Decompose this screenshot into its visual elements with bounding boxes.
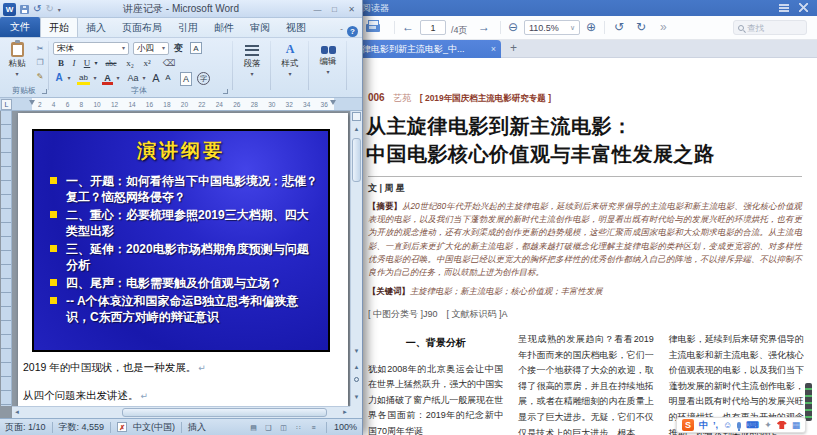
ruler-toggle-icon[interactable] xyxy=(352,112,361,121)
word-titlebar[interactable]: W ↺ ↻ ▾ 讲座记录 - Microsoft Word — □ ✕ xyxy=(0,0,362,18)
prev-page-button[interactable]: ← xyxy=(402,20,414,35)
close-tab-icon[interactable]: × xyxy=(491,40,496,58)
more-tools-button[interactable]: » xyxy=(660,20,667,35)
horizontal-scrollbar[interactable]: ◄ ► xyxy=(12,406,350,418)
editing-group-button[interactable]: 编辑 ▾ xyxy=(310,42,346,92)
font-size-select[interactable]: 小四 ▾ xyxy=(133,42,169,55)
menu-icon[interactable] xyxy=(779,4,789,12)
highlight-color-icon[interactable]: ab xyxy=(77,72,90,86)
paste-dropdown-icon[interactable]: ▾ xyxy=(3,70,31,77)
pdf-scrollbar-thumb[interactable] xyxy=(805,383,812,421)
maximize-button[interactable]: □ xyxy=(327,2,342,15)
voice-input-icon[interactable] xyxy=(737,422,741,429)
copy-icon[interactable]: ❐ xyxy=(33,56,47,69)
tab-review[interactable]: 审阅 xyxy=(242,18,278,37)
grow-font-button[interactable]: A xyxy=(150,72,162,86)
save-icon[interactable] xyxy=(20,5,29,14)
tab-mailings[interactable]: 邮件 xyxy=(206,18,242,37)
rotate-left-icon[interactable]: ↺ xyxy=(614,20,624,35)
cut-icon[interactable]: ✂ xyxy=(33,42,47,55)
tab-page-layout[interactable]: 页面布局 xyxy=(114,18,170,37)
skin-icon[interactable] xyxy=(777,421,787,429)
view-mode-icon[interactable]: ◫ xyxy=(277,421,290,433)
scroll-up-icon[interactable]: ▲ xyxy=(351,123,362,136)
font-dialog-launcher-icon[interactable] xyxy=(223,89,228,94)
redo-icon[interactable]: ↻ xyxy=(45,3,53,15)
previous-page-icon[interactable]: ▲ xyxy=(351,361,362,374)
chinese-mode-icon[interactable]: 中 xyxy=(699,418,708,432)
tab-view[interactable]: 视图 xyxy=(278,18,314,37)
tab-home[interactable]: 开始 xyxy=(40,17,78,37)
indent-marker[interactable] xyxy=(29,100,35,105)
page-number-input[interactable] xyxy=(420,20,446,35)
vertical-scrollbar[interactable]: ▲ ▼ ▲ ▼ xyxy=(350,111,362,406)
help-icon[interactable]: ? xyxy=(347,26,358,37)
right-indent-marker[interactable] xyxy=(330,100,336,105)
italic-button[interactable]: I xyxy=(69,57,79,70)
zoom-out-icon[interactable]: ⊖ xyxy=(508,20,518,35)
tab-insert[interactable]: 插入 xyxy=(78,18,114,37)
close-button[interactable]: ✕ xyxy=(344,2,359,15)
zoom-level-select[interactable]: 110.5% ∨ xyxy=(524,20,580,35)
zoom-in-icon[interactable]: ⊕ xyxy=(586,20,596,35)
superscript-button[interactable]: x² xyxy=(140,57,154,70)
horizontal-ruler[interactable]: L 24681012141618202224262830323436 xyxy=(0,98,362,111)
word-app-icon[interactable]: W xyxy=(3,3,16,16)
status-language[interactable]: 中文(中国) xyxy=(133,421,175,434)
phonetic-guide-icon[interactable]: 变 xyxy=(174,42,183,55)
print-icon[interactable] xyxy=(366,24,380,32)
next-page-button[interactable]: → xyxy=(478,20,490,35)
character-shading-icon[interactable]: A xyxy=(180,72,192,86)
new-tab-button[interactable]: + xyxy=(510,41,517,55)
document-paragraph[interactable]: 从四个问题来出发讲述。↵ xyxy=(23,389,348,403)
tab-file[interactable]: 文件 xyxy=(0,17,40,37)
minimize-ribbon-icon[interactable]: ˆ xyxy=(340,27,343,36)
search-box[interactable] xyxy=(733,20,807,35)
shrink-font-button[interactable]: A xyxy=(163,72,173,86)
tab-stop-selector[interactable]: L xyxy=(1,99,12,110)
soft-keyboard-icon[interactable]: ⌨ xyxy=(746,418,759,432)
scroll-down-icon[interactable]: ▼ xyxy=(351,345,362,358)
view-mode-icon[interactable]: ▤ xyxy=(247,421,260,433)
clear-formatting-icon[interactable]: ⌫ xyxy=(162,57,176,70)
document-tab[interactable]: 律电影到新主流电影_中... × xyxy=(355,40,501,58)
proofing-status-icon[interactable]: ✗ xyxy=(117,422,127,432)
format-painter-icon[interactable]: ✎ xyxy=(33,70,47,83)
embedded-slide-image[interactable]: 演讲纲要 一、开题：如何看待当下中国电影境况：悲催？复工？恼怒网络侵夺？ 二、重… xyxy=(32,129,330,352)
font-name-select[interactable]: 宋体 ▾ xyxy=(53,42,129,55)
styles-group-button[interactable]: A 样式 ▾ xyxy=(272,42,308,92)
subscript-button[interactable]: x₂ xyxy=(123,57,137,70)
enclose-characters-icon[interactable]: 字 xyxy=(197,72,210,85)
view-mode-icon[interactable]: ≡ xyxy=(307,421,320,433)
emoji-icon[interactable]: ☺ xyxy=(723,418,732,432)
undo-icon[interactable]: ↺ xyxy=(33,3,41,15)
change-case-dropdown-icon[interactable]: ▾ xyxy=(140,72,148,86)
status-wordcount[interactable]: 字数: 4,559 xyxy=(59,421,105,434)
document-paragraph[interactable]: 2019 年的中国现状，也是一种发展。↵ xyxy=(23,361,348,375)
character-border-icon[interactable]: A xyxy=(190,42,202,54)
underline-dropdown-icon[interactable]: ▾ xyxy=(92,57,100,70)
rotate-right-icon[interactable]: ↻ xyxy=(636,20,646,35)
tab-references[interactable]: 引用 xyxy=(170,18,206,37)
zoom-percentage[interactable]: 100% xyxy=(334,422,357,432)
highlight-dropdown-icon[interactable]: ▾ xyxy=(91,72,99,86)
font-color-icon[interactable]: A xyxy=(102,72,113,86)
punctuation-icon[interactable]: ’, xyxy=(713,418,718,432)
strikethrough-button[interactable]: abc xyxy=(102,57,120,70)
fullscreen-icon[interactable] xyxy=(799,3,808,12)
text-effects-dropdown-icon[interactable]: ▾ xyxy=(65,72,73,86)
paragraph-group-button[interactable]: 段落 ▾ xyxy=(234,42,270,92)
minimize-button[interactable]: — xyxy=(310,2,325,15)
search-input[interactable] xyxy=(747,23,799,33)
text-effects-icon[interactable]: A xyxy=(53,72,65,86)
sogou-logo-icon[interactable]: S xyxy=(682,419,694,431)
change-case-button[interactable]: Aa xyxy=(126,72,140,86)
scrollbar-thumb[interactable] xyxy=(352,138,361,182)
view-mode-icon[interactable]: ❑ xyxy=(262,421,275,433)
document-page[interactable]: 演讲纲要 一、开题：如何看待当下中国电影境况：悲催？复工？恼怒网络侵夺？ 二、重… xyxy=(18,113,348,406)
vertical-ruler[interactable] xyxy=(1,111,12,406)
next-page-icon[interactable]: ▼ xyxy=(351,391,362,404)
toolbox-icon[interactable]: ▦ xyxy=(792,418,801,432)
bold-button[interactable]: B xyxy=(55,57,67,70)
scroll-left-icon[interactable]: ◄ xyxy=(12,407,22,418)
